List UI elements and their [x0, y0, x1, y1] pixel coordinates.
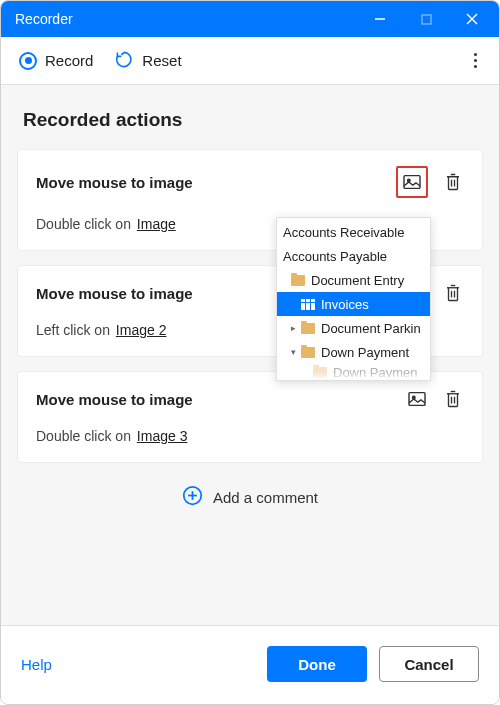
minimize-icon: [374, 13, 386, 25]
image-preview-button[interactable]: [406, 388, 428, 410]
tree-item-selected[interactable]: Invoices: [277, 292, 430, 316]
close-button[interactable]: [449, 1, 495, 37]
folder-icon: [301, 323, 315, 334]
cancel-button[interactable]: Cancel: [379, 646, 479, 682]
image-preview-highlight: [396, 166, 428, 198]
picture-icon: [402, 174, 422, 190]
help-link[interactable]: Help: [21, 656, 255, 673]
plus-circle-icon: [182, 485, 203, 509]
delete-button[interactable]: [442, 171, 464, 193]
section-title: Recorded actions: [17, 101, 483, 149]
tree-item[interactable]: Accounts Receivable: [277, 220, 430, 244]
tree-item[interactable]: Accounts Payable: [277, 244, 430, 268]
folder-icon: [291, 275, 305, 286]
minimize-button[interactable]: [357, 1, 403, 37]
undo-icon: [115, 50, 134, 72]
window-title: Recorder: [15, 11, 357, 27]
record-label: Record: [45, 52, 93, 69]
maximize-button[interactable]: [403, 1, 449, 37]
image-target-popup: Accounts Receivable Accounts Payable Doc…: [276, 217, 431, 381]
tree-item[interactable]: ▸ Document Parkin: [277, 316, 430, 340]
bottom-bar: Help Done Cancel: [1, 625, 499, 704]
titlebar: Recorder: [1, 1, 499, 37]
folder-icon: [301, 347, 315, 358]
expander-icon[interactable]: ▸: [291, 323, 301, 333]
window-controls: [357, 1, 495, 37]
add-comment-button[interactable]: Add a comment: [17, 463, 483, 523]
grid-icon: [301, 299, 315, 310]
target-link[interactable]: Image 3: [137, 428, 188, 444]
target-link[interactable]: Image: [137, 216, 176, 232]
action-description: Double click on Image 3: [36, 428, 464, 444]
image-preview-button[interactable]: [401, 171, 423, 193]
target-link[interactable]: Image 2: [116, 322, 167, 338]
reset-label: Reset: [142, 52, 181, 69]
svg-rect-1: [422, 15, 431, 24]
action-card[interactable]: Move mouse to image Double click on Imag…: [17, 371, 483, 463]
close-icon: [466, 13, 478, 25]
picture-icon: [407, 391, 427, 407]
trash-icon: [444, 283, 462, 303]
delete-button[interactable]: [442, 282, 464, 304]
toolbar: Record Reset: [1, 37, 499, 85]
tree-item[interactable]: Document Entry: [277, 268, 430, 292]
svg-rect-12: [409, 393, 425, 406]
delete-button[interactable]: [442, 388, 464, 410]
maximize-icon: [421, 14, 432, 25]
add-comment-label: Add a comment: [213, 489, 318, 506]
action-title: Move mouse to image: [36, 174, 193, 191]
svg-rect-4: [404, 176, 420, 189]
record-icon: [19, 52, 37, 70]
reset-button[interactable]: Reset: [115, 50, 181, 72]
action-title: Move mouse to image: [36, 391, 193, 408]
more-options-button[interactable]: [470, 49, 481, 72]
done-button[interactable]: Done: [267, 646, 367, 682]
record-button[interactable]: Record: [19, 52, 93, 70]
tree-item[interactable]: ▾ Down Payment: [277, 340, 430, 364]
trash-icon: [444, 172, 462, 192]
action-title: Move mouse to image: [36, 285, 193, 302]
trash-icon: [444, 389, 462, 409]
expander-icon[interactable]: ▾: [291, 347, 301, 357]
